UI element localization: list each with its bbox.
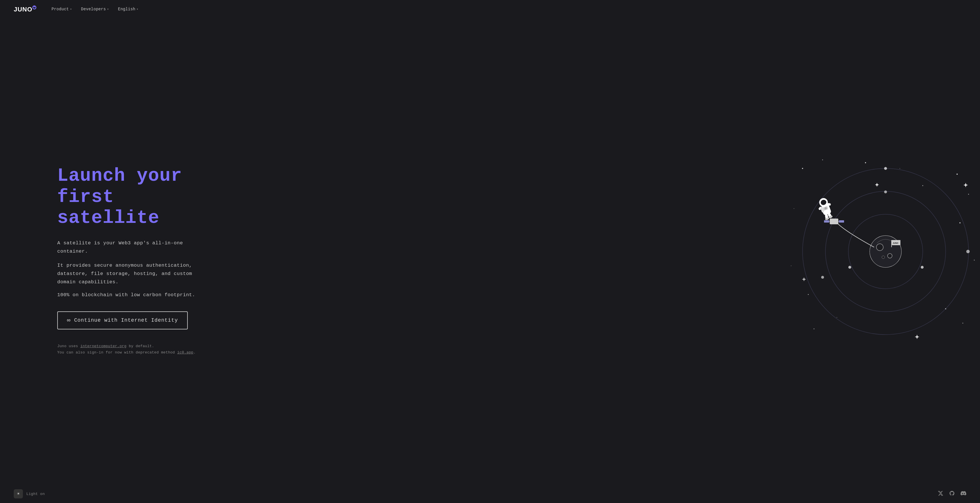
svg-point-6 [956, 174, 958, 175]
ic0app-link[interactable]: ic0.app [177, 350, 193, 354]
english-nav-item[interactable]: English ▾ [115, 5, 142, 13]
space-illustration: JUNO [780, 151, 980, 352]
hero-desc-2: It provides secure anonymous authenticat… [57, 262, 200, 286]
logo[interactable]: JUNO [14, 4, 37, 14]
theme-label: Light on [26, 492, 45, 496]
svg-point-27 [921, 266, 924, 269]
english-chevron-icon: ▾ [137, 8, 138, 11]
svg-point-7 [968, 194, 969, 195]
svg-point-12 [808, 294, 809, 295]
hero-title: Launch your first satellite [57, 166, 200, 229]
developers-label: Developers [81, 7, 106, 11]
product-label: Product [51, 7, 69, 11]
svg-rect-51 [824, 220, 829, 223]
sign-in-middle: by default. [127, 344, 154, 348]
svg-point-32 [888, 254, 892, 258]
svg-point-23 [884, 167, 887, 170]
infinity-icon: ∞ [67, 317, 71, 324]
svg-point-14 [837, 317, 837, 318]
svg-point-31 [877, 244, 883, 251]
svg-point-17 [900, 168, 900, 169]
svg-point-15 [963, 323, 963, 324]
hero-title-line2: satellite [57, 208, 159, 228]
svg-rect-52 [839, 220, 844, 223]
discord-icon[interactable] [961, 490, 966, 498]
svg-point-28 [884, 190, 887, 193]
svg-point-25 [821, 276, 824, 279]
footer: ☀ Light on [0, 485, 980, 503]
svg-text:JUNO: JUNO [893, 242, 899, 244]
svg-rect-34 [891, 240, 892, 247]
footer-left: ☀ Light on [14, 489, 45, 498]
svg-point-3 [34, 6, 35, 8]
svg-point-33 [882, 256, 885, 259]
svg-point-10 [974, 260, 975, 261]
developers-chevron-icon: ▾ [107, 8, 109, 11]
navbar: JUNO Product ▾ Developers ▾ English ▾ [0, 0, 980, 18]
svg-point-16 [923, 185, 923, 186]
product-nav-item[interactable]: Product ▾ [48, 5, 75, 13]
internetcomputer-link[interactable]: internetcomputer.org [80, 344, 127, 348]
svg-point-19 [814, 329, 815, 329]
svg-point-26 [848, 266, 851, 269]
svg-rect-50 [830, 219, 838, 224]
theme-icon[interactable]: ☀ [14, 489, 23, 498]
github-icon[interactable] [949, 490, 955, 498]
nav-links: Product ▾ Developers ▾ English ▾ [48, 5, 966, 13]
sign-in-prefix: Juno uses [57, 344, 80, 348]
svg-point-4 [802, 168, 803, 169]
hero-desc-1: A satellite is your Web3 app's all-in-on… [57, 239, 200, 256]
svg-point-18 [865, 162, 866, 163]
svg-point-24 [966, 250, 970, 253]
hero-section: Launch your first satellite A satellite … [0, 166, 200, 356]
svg-text:JUNO: JUNO [14, 6, 32, 13]
cta-button-label: Continue with Internet Identity [74, 318, 178, 323]
svg-point-5 [822, 160, 823, 160]
product-chevron-icon: ▾ [70, 8, 72, 11]
hero-desc-3: 100% on blockchain with low carbon footp… [57, 292, 200, 298]
sign-in-suffix: . [194, 350, 196, 354]
svg-point-11 [791, 265, 791, 266]
english-label: English [118, 7, 135, 11]
footer-right [938, 490, 966, 498]
sign-in-info: Juno uses internetcomputer.org by defaul… [57, 343, 200, 356]
continue-with-internet-identity-button[interactable]: ∞ Continue with Internet Identity [57, 311, 188, 329]
sun-icon: ☀ [17, 491, 20, 497]
main-content: Launch your first satellite A satellite … [0, 0, 980, 503]
hero-title-line1: Launch your first [57, 166, 182, 208]
svg-point-9 [959, 222, 961, 224]
sign-in-line2-prefix: You can also sign-in for now with deprec… [57, 350, 177, 354]
developers-nav-item[interactable]: Developers ▾ [78, 5, 112, 13]
twitter-icon[interactable] [938, 490, 943, 498]
svg-point-8 [794, 208, 794, 209]
